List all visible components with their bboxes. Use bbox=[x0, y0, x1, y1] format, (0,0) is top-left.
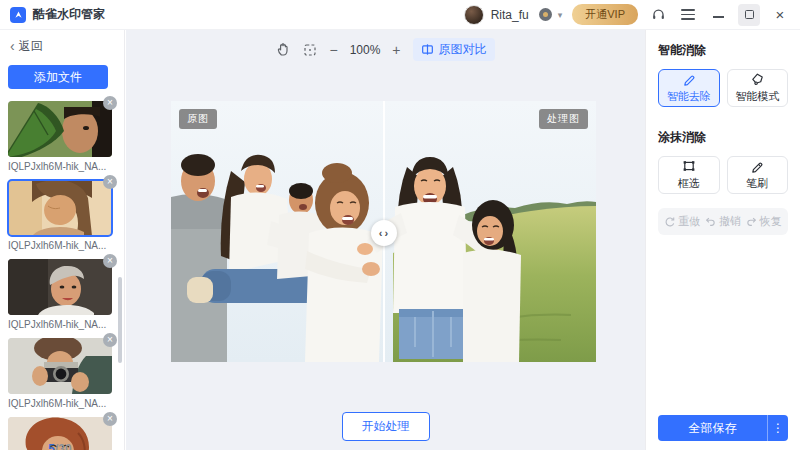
photo-preview[interactable]: 原图 处理图 ‹ › bbox=[171, 101, 596, 362]
remove-file-icon[interactable]: × bbox=[103, 175, 117, 189]
user-avatar[interactable] bbox=[464, 5, 484, 25]
canvas-toolbar: − 100% + 原图对比 bbox=[126, 38, 645, 61]
zoom-out-button[interactable]: − bbox=[329, 42, 337, 58]
thumbnail-image[interactable] bbox=[8, 338, 112, 394]
pan-hand-icon[interactable] bbox=[276, 42, 291, 57]
smart-remove-label: 智能去除 bbox=[667, 89, 711, 104]
list-item: × IQLPJxlh6M-hik_NA... bbox=[8, 338, 112, 409]
back-chevron-icon: ‹ bbox=[10, 39, 15, 53]
list-item: × IQLPJxlh6M-hik_NA... bbox=[8, 259, 112, 330]
thumbnail-image[interactable] bbox=[8, 259, 112, 315]
list-item: × IQLPJxlh6M-hik_NA... bbox=[8, 101, 112, 172]
brush-button[interactable]: 笔刷 bbox=[727, 156, 789, 194]
sidebar-scrollbar[interactable] bbox=[118, 277, 122, 363]
file-sidebar: ‹ 返回 添加文件 × bbox=[0, 30, 125, 450]
box-select-label: 框选 bbox=[678, 176, 700, 191]
processed-badge: 处理图 bbox=[539, 109, 588, 129]
smart-mode-label: 智能模式 bbox=[735, 89, 779, 104]
editor-canvas: − 100% + 原图对比 bbox=[126, 30, 645, 450]
member-badge-icon[interactable] bbox=[539, 8, 552, 21]
smart-mode-button[interactable]: 智能模式 bbox=[727, 69, 789, 107]
zoom-level: 100% bbox=[350, 43, 381, 57]
lasso-icon bbox=[750, 72, 764, 86]
add-file-button[interactable]: 添加文件 bbox=[8, 65, 108, 89]
maximize-button[interactable] bbox=[738, 4, 760, 26]
smear-removal-heading: 涂抹消除 bbox=[658, 129, 788, 146]
save-options-kebab-icon[interactable]: ⋮ bbox=[767, 415, 788, 441]
brush-icon bbox=[750, 159, 764, 173]
restore-arrow-icon bbox=[746, 216, 757, 227]
fit-to-screen-icon[interactable] bbox=[303, 43, 317, 57]
save-all-button[interactable]: 全部保存 ⋮ bbox=[658, 415, 788, 441]
support-headset-icon[interactable] bbox=[648, 5, 668, 25]
undo-button[interactable]: 撤销 bbox=[705, 214, 741, 229]
watermark-count-overlay: 5/30 bbox=[48, 442, 71, 450]
thumbnail-image[interactable]: 5/30 bbox=[8, 417, 112, 450]
thumbnail-image-selected[interactable] bbox=[8, 180, 112, 236]
remove-file-icon[interactable]: × bbox=[103, 333, 117, 347]
file-name: IQLPJxlh6M-hik_NA... bbox=[8, 161, 112, 172]
menu-icon[interactable] bbox=[678, 5, 698, 25]
app-logo-icon bbox=[10, 7, 26, 23]
app-window: 酷雀水印管家 Rita_fu ▾ 开通VIP × ‹ bbox=[0, 0, 800, 450]
username[interactable]: Rita_fu bbox=[491, 8, 529, 22]
history-action-bar: 重做 撤销 恢复 bbox=[658, 208, 788, 235]
file-name: IQLPJxlh6M-hik_NA... bbox=[8, 240, 112, 251]
smart-remove-button[interactable]: 智能去除 bbox=[658, 69, 720, 107]
start-processing-button[interactable]: 开始处理 bbox=[342, 412, 430, 441]
remove-file-icon[interactable]: × bbox=[103, 412, 117, 426]
remove-file-icon[interactable]: × bbox=[103, 96, 117, 110]
app-title: 酷雀水印管家 bbox=[33, 6, 105, 23]
compare-label: 原图对比 bbox=[439, 41, 487, 58]
chevron-down-icon[interactable]: ▾ bbox=[558, 10, 563, 20]
remove-file-icon[interactable]: × bbox=[103, 254, 117, 268]
redo-button[interactable]: 重做 bbox=[664, 214, 700, 229]
restore-button[interactable]: 恢复 bbox=[746, 214, 782, 229]
save-all-label: 全部保存 bbox=[658, 415, 767, 441]
minimize-button[interactable] bbox=[708, 5, 728, 25]
list-item: 5/30 × bbox=[8, 417, 112, 450]
tools-panel: 智能消除 智能去除 智能模式 涂抹消除 bbox=[645, 30, 800, 450]
compare-original-button[interactable]: 原图对比 bbox=[413, 38, 495, 61]
back-button[interactable]: ‹ 返回 bbox=[10, 38, 124, 54]
box-select-icon bbox=[682, 159, 696, 173]
file-name: IQLPJxlh6M-hik_NA... bbox=[8, 398, 112, 409]
back-label: 返回 bbox=[19, 38, 43, 55]
open-vip-button[interactable]: 开通VIP bbox=[572, 4, 638, 25]
thumbnail-image[interactable] bbox=[8, 101, 112, 157]
undo-arrow-icon bbox=[705, 216, 716, 227]
close-button[interactable]: × bbox=[770, 5, 790, 25]
brush-label: 笔刷 bbox=[746, 176, 768, 191]
handle-left-chevron-icon: ‹ bbox=[379, 227, 383, 239]
zoom-in-button[interactable]: + bbox=[392, 42, 400, 58]
pen-icon bbox=[682, 72, 696, 86]
original-badge: 原图 bbox=[179, 109, 217, 129]
smart-removal-heading: 智能消除 bbox=[658, 42, 788, 59]
list-item: × IQLPJxlh6M-hik_NA... bbox=[8, 180, 112, 251]
handle-right-chevron-icon: › bbox=[385, 227, 389, 239]
box-select-button[interactable]: 框选 bbox=[658, 156, 720, 194]
redo-circle-icon bbox=[664, 216, 675, 227]
titlebar: 酷雀水印管家 Rita_fu ▾ 开通VIP × bbox=[0, 0, 800, 30]
file-name: IQLPJxlh6M-hik_NA... bbox=[8, 319, 112, 330]
compare-slider-handle[interactable]: ‹ › bbox=[371, 220, 397, 246]
file-list: × IQLPJxlh6M-hik_NA... × bbox=[8, 101, 124, 450]
